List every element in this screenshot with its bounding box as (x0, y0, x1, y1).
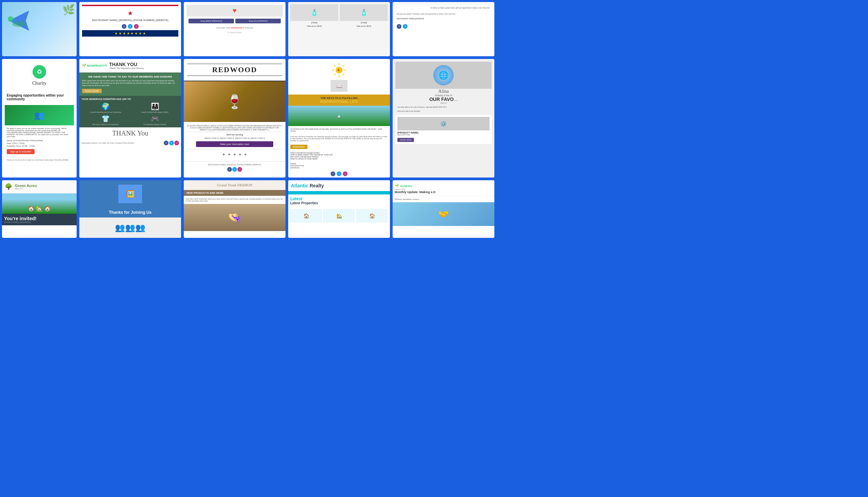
card-travel[interactable]: 🌿 (2, 2, 77, 56)
product-image-favorites: ⚙️ (397, 117, 490, 130)
twitter-icon-church[interactable]: t (337, 171, 342, 176)
charity-footer: Thank you for all you do to make our com… (5, 158, 74, 162)
read-more-button[interactable]: READ MORE (82, 89, 102, 93)
card-green-acres[interactable]: 🌳 Green Acres REALTY 🏠 🏡 🏠 You're invite… (2, 180, 77, 238)
redwood-menu: [MENU ITEM 1], [MENU ITEM 2], [MENU ITEM… (187, 137, 283, 139)
product-1-price: Sale price: [$15] (290, 24, 339, 28)
facebook-icon-nonprofit[interactable]: f (164, 141, 168, 145)
favorites-intro: Here are a few of our favorites (395, 110, 492, 113)
facebook-icon-church[interactable]: f (331, 171, 335, 176)
redwood-serving: We'll be serving (187, 133, 283, 136)
card-atlantic-realty[interactable]: Atlantic Realty Latest Latest Properties… (288, 180, 390, 238)
house-icons: 🏠 🏡 🏠 (28, 205, 51, 212)
product-grid: 🧴 [ITEM] Sale price: [$15] 🧴 [ITEM] Sale… (290, 4, 388, 28)
donation-item-4: 🎮 An expanded playing schedule (131, 114, 179, 125)
globe-icon: 🌍 (81, 102, 129, 111)
product-1: 🧴 [ITEM] Sale price: [$15] (290, 4, 339, 28)
nonprofit-logo: 🌱 NONPROFIT® (82, 64, 107, 68)
donation-text-3: New team uniforms and equipment (81, 123, 129, 125)
church-landscape-image: 🏔️ (288, 106, 390, 126)
twitter-icon-r1c5[interactable]: t (403, 24, 408, 29)
top-divider (187, 64, 282, 64)
card-patriotic-restaurant[interactable]: ★ [RESTAURANT NAME] | [ADDRESS] | [PHONE… (79, 2, 181, 56)
realty-name: Realty (309, 183, 324, 188)
card-thanks-joining[interactable]: 🖼️ Thanks for Joining Us 👥👥👥 (79, 180, 181, 238)
twitter-icon-nonprofit[interactable]: t (169, 141, 174, 145)
twitter-icon-redwood[interactable]: t (232, 167, 237, 172)
leaf-icon: 🌿 (63, 4, 75, 16)
card-fashion[interactable]: Grand Trunk FASHION NEW PRODUCTS ARE HER… (184, 180, 286, 238)
atlantic-body: Latest Latest Properties (288, 195, 390, 207)
redwood-event-text: It's [DATE NIGHT/GIRLS' NIGHT OUT/CUSTOM… (187, 125, 283, 131)
redwood-body: It's [DATE NIGHT/GIRLS' NIGHT OUT/CUSTOM… (184, 122, 286, 161)
bottom-divider (187, 75, 282, 76)
fashion-image: 👒 (184, 204, 286, 231)
signup-button[interactable]: Sign up to volunteer (7, 149, 35, 154)
message-3: HOW TO LISTEN TO YOUR HEART (290, 158, 388, 160)
card-newsletter-favorites[interactable]: 🌐 Alina Sharing a few of OUR FAVO... wit… (392, 59, 494, 178)
facebook-icon-redwood[interactable]: f (227, 167, 232, 172)
volunteer-image: 👥 (5, 105, 74, 125)
instagram-icon[interactable]: i (134, 24, 139, 29)
instagram-icon-nonprofit[interactable]: i (174, 141, 179, 145)
sharing-text: Sharing a few of (395, 94, 492, 97)
church-body: Long days and busy schedules can make li… (288, 134, 390, 143)
facebook-icon-r1c5[interactable]: f (397, 24, 401, 29)
image-placeholder-icon: 🖼️ (118, 185, 142, 203)
reservation-button[interactable]: Make your reservation now! (196, 141, 273, 147)
thanks-header-image: 🖼️ (79, 180, 181, 207)
house-icon-3: 🏠 (44, 205, 51, 212)
house-icon-2: 🏡 (36, 205, 43, 212)
ornament: ✦ ✦ ✦ ✦ ✦ (187, 151, 283, 158)
card-charity[interactable]: ♻ Charity Engaging opportunities within … (2, 59, 77, 178)
facebook-icon[interactable]: f (122, 24, 126, 29)
redwood-footer: [RESTAURANT NAME], [ADDRESS], [PHONE NUM… (184, 161, 286, 174)
svg-line-8 (334, 65, 335, 67)
airplane-icon (5, 7, 32, 34)
page-wrapper: 🌿 ★ [RESTAURANT NAME] | [ADDRESS] | [PHO… (0, 0, 868, 497)
atlantic-title: Atlantic Realty (291, 183, 387, 188)
realty-image: 🏠 🏡 🏠 (2, 194, 77, 214)
card-redwood[interactable]: REDWOOD 🍷 It's [DATE NIGHT/GIRLS' NIGHT … (184, 59, 286, 178)
bottom-stars: ★ ★ ★ ★ ★ ★ ★ ★ (82, 30, 178, 37)
green-acres-name-block: Green Acres REALTY (15, 184, 37, 190)
redwood-title: REDWOOD (187, 66, 282, 74)
product-2-image: 🧴 (340, 4, 388, 21)
svg-point-1 (8, 16, 13, 22)
fashion-brand: Grand Trunk FASHION (217, 183, 252, 187)
shop-now-button[interactable]: SHOP NOW (397, 138, 414, 142)
redwood-contact: [RESTAURANT NAME], [ADDRESS], [PHONE NUM… (186, 164, 284, 166)
social-row-r1c2: f t i (82, 23, 178, 30)
product-2-price: Sale price: [$15] (340, 24, 388, 28)
card-church[interactable]: ✞ 📖 THE KEYS TO A FULFILLING INSPIRATION… (288, 59, 390, 178)
nonprofit2-header: 🌱 NONPRO Marco 2015 Monthly Update: Maki… (392, 180, 494, 196)
favorites-body: You shop with us for a lot of reasons—li… (395, 104, 492, 110)
thanks-banner: Thanks for Joining Us (79, 207, 181, 217)
donation-section: YOUR GENEROUS DONATION HAS LED TO: 🌍 A r… (79, 96, 181, 127)
card-product-sale[interactable]: 🧴 [ITEM] Sale price: [$15] 🧴 [ITEM] Sale… (288, 2, 390, 56)
family-icon: 👨‍👩‍👧 (131, 102, 179, 111)
nonprofit-body: WE HAVE ONE THING TO SAY TO OUR MEMBERS … (79, 72, 181, 96)
card-restaurant-gift[interactable]: Or will us to make a great meal a gift c… (392, 2, 494, 56)
charity-name: Charity (8, 81, 70, 86)
nonprofit-brand: NONPROFIT® (87, 64, 107, 68)
read-more-gold-button[interactable]: Read More (290, 145, 307, 149)
new-arrivals-btn[interactable]: Shop [NEW ARRIVALS] (189, 19, 234, 23)
charity-details: Name: [CAUSE/PROJECT/PROGRAM] Date: [JAN… (7, 140, 72, 147)
clearance-btn[interactable]: Shop [CLEARANCE] (235, 19, 281, 23)
globe-icon-favorites: 🌐 (433, 65, 454, 85)
row-3: 🌳 Green Acres REALTY 🏠 🏡 🏠 You're invite… (2, 180, 866, 238)
book-icon: 📖 (331, 80, 347, 92)
product-2-name: [ITEM] (340, 21, 388, 24)
inspirational-text: INSPIRATIONAL LIFE (290, 100, 388, 104)
instagram-icon-church[interactable]: i (343, 171, 347, 176)
social-row-redwood: f t i (186, 167, 284, 172)
nonprofit-header: 🌱 NONPROFIT® THANK YOU Thank You Members… (79, 59, 181, 72)
green-acres-header: 🌳 Green Acres REALTY (2, 180, 77, 194)
twitter-icon[interactable]: t (128, 24, 133, 29)
card-shop-promo[interactable]: ♥ Shop [NEW ARRIVALS] Shop [CLEARANCE] J… (184, 2, 286, 56)
card-nonprofit-monthly[interactable]: 🌱 NONPRO Marco 2015 Monthly Update: Maki… (392, 180, 494, 238)
donation-text-2: Loads of smiles from happy children (131, 111, 179, 113)
card-nonprofit-thankyou[interactable]: 🌱 NONPROFIT® THANK YOU Thank You Members… (79, 59, 181, 178)
instagram-icon-redwood[interactable]: i (237, 167, 242, 172)
